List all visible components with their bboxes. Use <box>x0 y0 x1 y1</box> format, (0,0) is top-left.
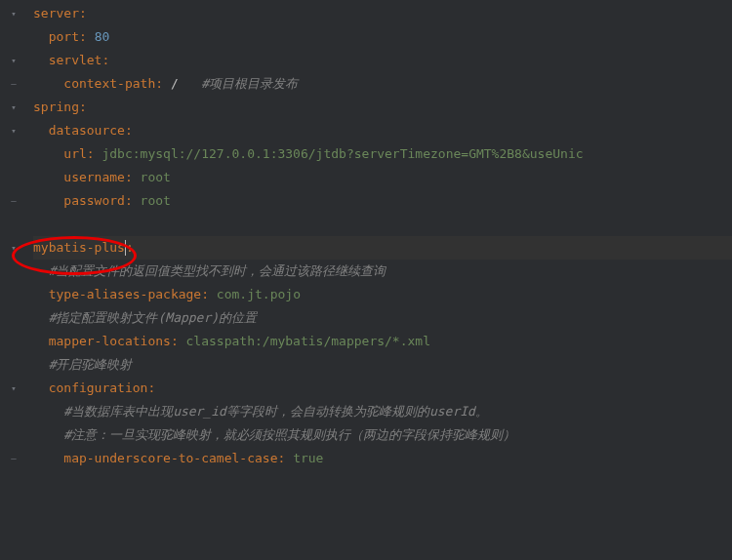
fold-expand-icon[interactable]: ▾ <box>11 377 16 400</box>
gutter-row: – <box>0 189 27 213</box>
code-line[interactable]: mybatis-plus: <box>33 236 732 260</box>
code-token: #指定配置映射文件(Mapper)的位置 <box>49 306 257 330</box>
code-area[interactable]: server: port: 80 servlet: context-path: … <box>27 0 732 560</box>
code-token: com.jt.pojo <box>217 283 301 306</box>
fold-expand-icon[interactable]: ▾ <box>11 96 16 119</box>
gutter-row <box>0 142 27 166</box>
code-line[interactable]: #当配置文件的返回值类型找不到时，会通过该路径继续查询 <box>33 260 732 283</box>
code-line[interactable]: servlet: <box>33 49 732 72</box>
code-token: : <box>87 142 102 166</box>
code-token: spring <box>33 96 79 119</box>
fold-collapse-icon[interactable]: – <box>11 447 16 470</box>
fold-expand-icon[interactable]: ▾ <box>11 49 16 72</box>
code-token: configuration <box>49 377 148 400</box>
code-line[interactable]: server: <box>33 2 732 25</box>
code-token: server <box>33 2 79 25</box>
code-line[interactable]: datasource: <box>33 119 732 142</box>
fold-expand-icon[interactable]: ▾ <box>11 2 16 25</box>
gutter-row: ▾ <box>0 2 27 25</box>
gutter-row <box>0 330 27 353</box>
gutter-row <box>0 400 27 423</box>
fold-expand-icon[interactable]: ▾ <box>11 236 16 260</box>
code-token: : <box>125 166 141 189</box>
gutter-row <box>0 213 27 236</box>
code-token: username <box>63 166 125 189</box>
code-line[interactable]: url: jdbc:mysql://127.0.0.1:3306/jtdb?se… <box>33 142 732 166</box>
code-token: #当配置文件的返回值类型找不到时，会通过该路径继续查询 <box>49 260 386 283</box>
code-token: true <box>293 447 323 470</box>
gutter-row: ▾ <box>0 49 27 72</box>
code-token: type-aliases-package <box>49 283 202 306</box>
code-token: : <box>79 25 95 49</box>
code-line[interactable]: username: root <box>33 166 732 189</box>
code-token: password <box>63 189 125 213</box>
gutter-row <box>0 25 27 49</box>
gutter-row <box>0 353 27 377</box>
code-line[interactable]: #指定配置映射文件(Mapper)的位置 <box>33 306 732 330</box>
gutter-row: ▾ <box>0 96 27 119</box>
code-line[interactable]: context-path: / #项目根目录发布 <box>33 72 732 96</box>
code-token: : <box>277 447 293 470</box>
code-token: root <box>141 166 171 189</box>
code-token: : <box>125 119 133 142</box>
code-token: context-path <box>63 72 155 96</box>
code-token: #项目根目录发布 <box>201 72 298 96</box>
fold-collapse-icon[interactable]: – <box>11 189 16 213</box>
code-line[interactable]: password: root <box>33 189 732 213</box>
code-token: classpath:/mybatis/mappers/*.xml <box>186 330 430 353</box>
code-token: mapper-locations <box>49 330 171 353</box>
code-token: datasource <box>49 119 125 142</box>
code-token: #开启驼峰映射 <box>49 353 133 377</box>
code-token: url <box>63 142 86 166</box>
code-token: map-underscore-to-camel-case <box>63 447 277 470</box>
gutter-row <box>0 260 27 283</box>
gutter-row: ▾ <box>0 119 27 142</box>
gutter: ▾▾–▾▾–▾▾– <box>0 0 27 560</box>
code-token: / <box>171 72 201 96</box>
code-line[interactable] <box>33 213 732 236</box>
code-token: : <box>102 49 109 72</box>
code-line[interactable]: map-underscore-to-camel-case: true <box>33 447 732 470</box>
code-token: : <box>171 330 186 353</box>
fold-expand-icon[interactable]: ▾ <box>11 119 16 142</box>
code-token: : <box>79 96 87 119</box>
code-token: jdbc:mysql://127.0.0.1:3306/jtdb?serverT… <box>102 142 583 166</box>
gutter-row: – <box>0 72 27 96</box>
code-line[interactable]: mapper-locations: classpath:/mybatis/map… <box>33 330 732 353</box>
gutter-row: ▾ <box>0 236 27 260</box>
code-token: : <box>126 236 134 260</box>
code-editor[interactable]: ▾▾–▾▾–▾▾– server: port: 80 servlet: cont… <box>0 0 732 560</box>
fold-collapse-icon[interactable]: – <box>11 72 16 96</box>
code-line[interactable]: configuration: <box>33 377 732 400</box>
code-line[interactable]: type-aliases-package: com.jt.pojo <box>33 283 732 306</box>
gutter-row: ▾ <box>0 377 27 400</box>
code-line[interactable]: #当数据库表中出现user_id等字段时，会自动转换为驼峰规则的userId。 <box>33 400 732 423</box>
code-token: : <box>201 283 217 306</box>
code-token: 80 <box>95 25 110 49</box>
code-token: #注意：一旦实现驼峰映射，就必须按照其规则执行（两边的字段保持驼峰规则） <box>63 423 515 447</box>
code-token: #当数据库表中出现user_id等字段时，会自动转换为驼峰规则的userId。 <box>63 400 488 423</box>
code-token: root <box>141 189 171 213</box>
code-token: : <box>147 377 155 400</box>
code-token: mybatis-plus <box>33 236 125 260</box>
gutter-row <box>0 423 27 447</box>
gutter-row <box>0 166 27 189</box>
code-token: : <box>155 72 171 96</box>
code-token: : <box>125 189 141 213</box>
code-line[interactable]: #开启驼峰映射 <box>33 353 732 377</box>
code-line[interactable]: port: 80 <box>33 25 732 49</box>
gutter-row: – <box>0 447 27 470</box>
code-line[interactable]: spring: <box>33 96 732 119</box>
code-line[interactable]: #注意：一旦实现驼峰映射，就必须按照其规则执行（两边的字段保持驼峰规则） <box>33 423 732 447</box>
gutter-row <box>0 283 27 306</box>
gutter-row <box>0 306 27 330</box>
code-token: : <box>79 2 87 25</box>
code-token: port <box>49 25 79 49</box>
code-token: servlet <box>49 49 102 72</box>
